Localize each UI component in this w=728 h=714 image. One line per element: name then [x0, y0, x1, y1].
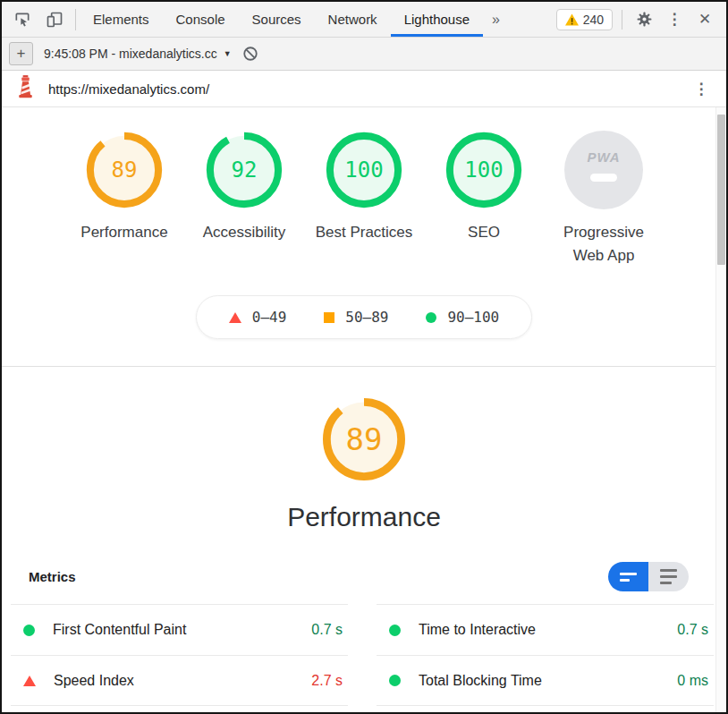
tabbar-right-controls: 240 ⋮ ✕ — [556, 2, 726, 37]
score-gauge-best-practices[interactable]: 100 Best Practices — [309, 131, 419, 267]
lighthouse-toolbar: + 9:45:08 PM - mixedanalytics.cc ▼ — [2, 38, 726, 71]
metric-status-icon — [23, 625, 35, 636]
score-gauge-seo[interactable]: 100 SEO — [428, 131, 539, 267]
score-gauge-pwa[interactable]: PWA Progressive Web App — [548, 131, 659, 267]
metric-name: Speed Index — [54, 673, 311, 689]
legend-range-average: 50–89 — [345, 309, 388, 326]
dropdown-arrow-icon: ▼ — [224, 49, 232, 58]
performance-big-score: 89 — [321, 396, 407, 482]
clear-reports-icon[interactable] — [242, 46, 258, 62]
metrics-column-left: First Contentful Paint 0.7 s Speed Index… — [11, 604, 348, 706]
category-scores-row: 89 Performance 92 Accessibility — [2, 131, 726, 267]
metrics-view-toggle — [608, 562, 689, 591]
performance-label: Performance — [69, 221, 180, 244]
metric-status-icon — [23, 676, 36, 686]
condensed-view-button[interactable] — [608, 562, 648, 591]
score-gauge-accessibility[interactable]: 92 Accessibility — [189, 131, 300, 267]
tab-network[interactable]: Network — [315, 2, 391, 37]
settings-gear-icon[interactable] — [631, 7, 656, 32]
pwa-label: Progressive Web App — [548, 221, 659, 267]
legend-item-average: 50–89 — [324, 309, 388, 326]
metric-row-time-to-interactive[interactable]: Time to Interactive 0.7 s — [377, 604, 714, 655]
score-legend-pill: 0–49 50–89 90–100 — [196, 295, 533, 339]
toolbar-divider — [75, 9, 76, 30]
devtools-tool-icons — [2, 2, 72, 37]
metrics-heading: Metrics — [29, 569, 76, 584]
metric-value: 0.7 s — [311, 622, 343, 638]
metrics-column-right: Time to Interactive 0.7 s Total Blocking… — [377, 604, 714, 706]
tab-sources[interactable]: Sources — [239, 2, 315, 37]
metric-row-first-contentful-paint[interactable]: First Contentful Paint 0.7 s — [11, 604, 348, 655]
lighthouse-report: 89 Performance 92 Accessibility — [2, 107, 726, 712]
tab-lighthouse[interactable]: Lighthouse — [391, 2, 483, 37]
tabbar-divider — [622, 10, 622, 30]
performance-section: 89 Performance — [2, 367, 726, 532]
audited-url: https://mixedanalytics.com/ — [48, 81, 675, 97]
toggle-bar — [620, 573, 637, 575]
metric-value: 0.7 s — [677, 622, 708, 638]
report-selector-dropdown[interactable]: 9:45:08 PM - mixedanalytics.cc ▼ — [44, 47, 232, 61]
pwa-badge-text: PWA — [564, 149, 643, 165]
close-devtools-icon[interactable]: ✕ — [692, 7, 717, 32]
content-scrollbar[interactable] — [715, 107, 726, 712]
report-options-kebab-icon[interactable]: ⋮ — [689, 76, 714, 101]
devtools-tabs: Elements Console Sources Network Lightho… — [80, 2, 483, 37]
toggle-bar — [660, 575, 677, 578]
seo-label: SEO — [428, 221, 539, 244]
devtools-tabbar: Elements Console Sources Network Lightho… — [2, 2, 726, 38]
metric-row-total-blocking-time[interactable]: Total Blocking Time 0 ms — [377, 655, 714, 706]
device-toolbar-icon[interactable] — [41, 7, 68, 32]
warning-count: 240 — [583, 13, 604, 27]
legend-range-pass: 90–100 — [447, 309, 499, 326]
pwa-dash-icon — [590, 174, 617, 182]
legend-item-pass: 90–100 — [426, 309, 499, 326]
pwa-badge-icon: PWA — [564, 131, 643, 209]
best-practices-label: Best Practices — [309, 221, 419, 244]
warning-triangle-icon — [565, 13, 579, 26]
lighthouse-logo-icon — [16, 75, 35, 102]
tab-elements[interactable]: Elements — [80, 2, 163, 37]
metrics-header: Metrics — [2, 562, 726, 591]
score-gauge-performance[interactable]: 89 Performance — [69, 131, 180, 267]
expanded-view-button[interactable] — [648, 562, 689, 591]
average-square-icon — [324, 312, 334, 323]
toggle-bar — [620, 579, 630, 582]
devtools-menu-kebab-icon[interactable]: ⋮ — [662, 7, 687, 32]
pass-circle-icon — [426, 312, 436, 323]
toggle-bar — [660, 569, 677, 572]
new-audit-button[interactable]: + — [9, 42, 33, 65]
performance-big-gauge[interactable]: 89 — [321, 396, 407, 482]
devtools-window: Elements Console Sources Network Lightho… — [0, 0, 728, 714]
accessibility-label: Accessibility — [189, 221, 300, 244]
performance-section-title: Performance — [2, 502, 726, 532]
seo-score: 100 — [444, 131, 523, 209]
metrics-grid: First Contentful Paint 0.7 s Speed Index… — [11, 604, 714, 706]
metric-value: 2.7 s — [311, 673, 343, 689]
console-warnings-badge[interactable]: 240 — [556, 9, 613, 30]
legend-range-fail: 0–49 — [252, 309, 287, 326]
metric-status-icon — [389, 675, 401, 686]
metric-name: Time to Interactive — [419, 622, 677, 638]
tab-console[interactable]: Console — [163, 2, 239, 37]
metrics-section: Metrics First — [2, 562, 726, 706]
metric-value: 0 ms — [677, 673, 708, 689]
metric-name: First Contentful Paint — [53, 622, 311, 638]
legend-item-fail: 0–49 — [229, 309, 287, 326]
performance-score: 89 — [85, 131, 164, 209]
audited-url-bar: https://mixedanalytics.com/ ⋮ — [2, 71, 726, 107]
best-practices-score: 100 — [325, 131, 403, 209]
accessibility-score: 92 — [205, 131, 284, 209]
metric-row-speed-index[interactable]: Speed Index 2.7 s — [11, 655, 348, 706]
metric-name: Total Blocking Time — [419, 673, 677, 689]
inspect-element-icon[interactable] — [9, 7, 36, 32]
scrollbar-thumb[interactable] — [717, 115, 725, 265]
report-selector-label: 9:45:08 PM - mixedanalytics.cc — [44, 47, 217, 61]
score-legend: 0–49 50–89 90–100 — [2, 295, 726, 339]
metric-status-icon — [389, 625, 401, 636]
fail-triangle-icon — [229, 312, 241, 323]
more-tabs-chevron-icon[interactable]: » — [483, 2, 509, 37]
toggle-bar — [660, 582, 672, 584]
